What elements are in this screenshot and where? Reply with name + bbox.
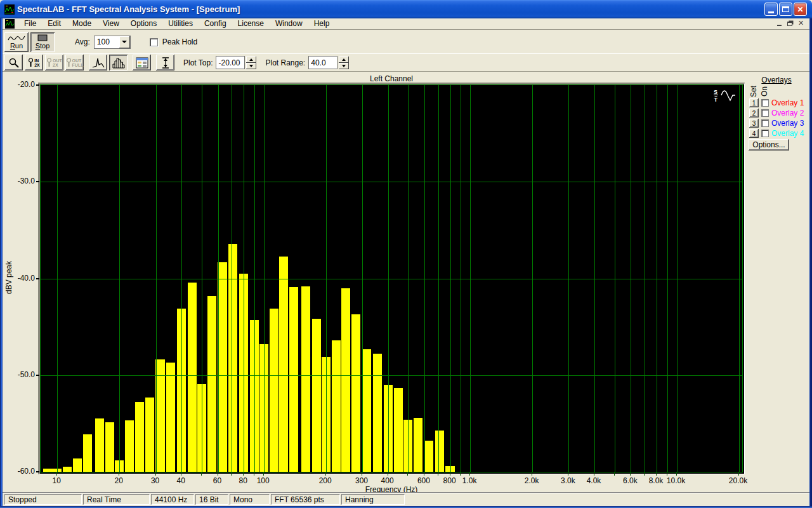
menu-item-file[interactable]: File <box>18 18 42 29</box>
x-tick-mark <box>218 472 218 476</box>
x-tick-mark <box>450 472 450 476</box>
bar-display-button[interactable] <box>109 55 128 70</box>
document-icon[interactable] <box>5 19 15 29</box>
zoom-out-2x-button[interactable]: OUT2X <box>45 55 63 70</box>
zoom-tool-button[interactable] <box>4 55 23 70</box>
plot-canvas[interactable]: S T <box>40 84 743 472</box>
overlay-set-button-4[interactable]: 4 <box>749 129 759 138</box>
x-tick-label: 10.0k <box>667 476 685 485</box>
y-gridline <box>41 182 742 182</box>
menu-item-license[interactable]: License <box>232 18 270 29</box>
run-button-label: Run <box>10 42 23 50</box>
mdi-restore-icon <box>787 22 792 26</box>
spin-down-button[interactable] <box>339 63 349 69</box>
overlay-row: 2Overlay 2 <box>749 108 804 118</box>
spin-up-button[interactable] <box>246 57 256 63</box>
minimize-button[interactable] <box>764 3 778 16</box>
spectrum-bar <box>394 388 403 472</box>
x-tick-label: 8.0k <box>649 476 664 485</box>
plot-range-input[interactable] <box>308 56 337 69</box>
menu-item-mode[interactable]: Mode <box>67 18 97 29</box>
menu-item-utilities[interactable]: Utilities <box>162 18 199 29</box>
zoom-in-2x-button[interactable]: IN2X <box>25 55 43 70</box>
plot-top-input[interactable] <box>216 56 245 69</box>
overlay-on-checkbox-1[interactable] <box>761 99 769 107</box>
vertical-range-icon <box>160 57 171 69</box>
channel-title: Left Channel <box>40 74 743 83</box>
menu-item-view[interactable]: View <box>97 18 125 29</box>
menu-item-window[interactable]: Window <box>270 18 308 29</box>
x-tick-label: 6.0k <box>623 476 638 485</box>
overlay-row: 4Overlay 4 <box>749 128 804 138</box>
line-display-button[interactable] <box>89 55 107 70</box>
avg-label: Avg: <box>75 37 90 46</box>
spectrum-bar <box>351 314 360 472</box>
y-tick-label: -30.0 <box>0 177 35 185</box>
zoom-out-full-button[interactable]: OUTFULL <box>65 55 84 70</box>
x-tick-mark <box>532 472 532 476</box>
signal-generator-icon: S T <box>712 88 737 103</box>
overlay-on-checkbox-2[interactable] <box>761 109 769 117</box>
spectrum-bar <box>63 467 72 472</box>
spectrum-bar <box>218 262 226 472</box>
x-tick-mark <box>469 472 470 476</box>
overlay-label-3: Overlay 3 <box>771 119 804 128</box>
menu-items: FileEditModeViewOptionsUtilitiesConfigLi… <box>18 18 335 29</box>
spectralab-window: SpectraLAB - FFT Spectral Analysis Syste… <box>0 0 812 508</box>
x-tick-mark <box>676 472 677 476</box>
spectrum-bar <box>270 309 278 472</box>
mdi-minimize-button[interactable] <box>775 19 784 27</box>
magnifier-icon <box>28 58 34 68</box>
overlay-on-checkbox-4[interactable] <box>761 130 769 137</box>
app-icon <box>4 4 15 15</box>
vertical-scale-button[interactable] <box>156 55 174 70</box>
menu-item-help[interactable]: Help <box>308 18 336 29</box>
display-settings-button[interactable] <box>133 55 151 70</box>
spin-down-button[interactable] <box>246 63 256 69</box>
window-border-left <box>0 18 3 508</box>
close-button[interactable]: ✕ <box>794 3 807 16</box>
spectrum-bar <box>135 402 144 472</box>
spectrum-bar <box>414 418 422 472</box>
overlay-on-checkbox-3[interactable] <box>761 119 769 127</box>
x-tick-mark <box>667 472 667 476</box>
plot-top-label: Plot Top: <box>183 58 213 67</box>
overlay-row: 1Overlay 1 <box>749 98 804 108</box>
spectrum-bar <box>105 422 114 472</box>
overlay-set-button-1[interactable]: 1 <box>749 98 759 107</box>
x-tick-label: 20 <box>115 476 123 485</box>
run-button[interactable]: Run <box>4 32 29 52</box>
spectrum-bar <box>312 319 321 472</box>
status-bar: StoppedReal Time44100 Hz16 BitMonoFFT 65… <box>3 492 809 506</box>
mdi-restore-button[interactable] <box>785 19 795 27</box>
overlay-options-button[interactable]: Options... <box>749 139 789 150</box>
x-tick-label: 200 <box>319 476 332 485</box>
window-border-right <box>809 18 812 508</box>
menu-item-options[interactable]: Options <box>125 18 162 29</box>
x-tick-label: 300 <box>355 476 368 485</box>
chevron-down-icon[interactable] <box>119 36 130 48</box>
overlay-set-button-3[interactable]: 3 <box>749 119 759 128</box>
stop-button[interactable]: Stop <box>30 32 55 52</box>
spectrum-display: Left Channel dBV peak S T Frequency (Hz)… <box>0 72 812 492</box>
spin-up-button[interactable] <box>339 57 349 63</box>
overlay-set-button-2[interactable]: 2 <box>749 109 759 117</box>
status-stopped: Stopped <box>4 494 82 505</box>
peak-hold-checkbox[interactable] <box>150 38 158 46</box>
x-tick-label: 4.0k <box>587 476 601 485</box>
y-tick-label: -40.0 <box>0 274 35 283</box>
overlay-row: 3Overlay 3 <box>749 118 804 128</box>
x-tick-mark <box>424 472 424 476</box>
zoom-in-2x-label: IN2X <box>34 58 40 67</box>
spectrum-bar <box>95 418 104 472</box>
spectrum-bar <box>289 287 298 472</box>
menu-item-config[interactable]: Config <box>199 18 232 29</box>
mdi-close-button[interactable]: ✕ <box>796 19 806 27</box>
x-tick-label: 1.0k <box>462 476 477 485</box>
zoom-out-full-label: OUTFULL <box>72 58 84 67</box>
avg-combobox[interactable]: 100 <box>94 36 131 49</box>
overlay-label-2: Overlay 2 <box>771 109 804 117</box>
maximize-button[interactable] <box>779 3 792 16</box>
menu-item-edit[interactable]: Edit <box>42 18 67 29</box>
x-tick-label: 20.0k <box>729 476 747 485</box>
